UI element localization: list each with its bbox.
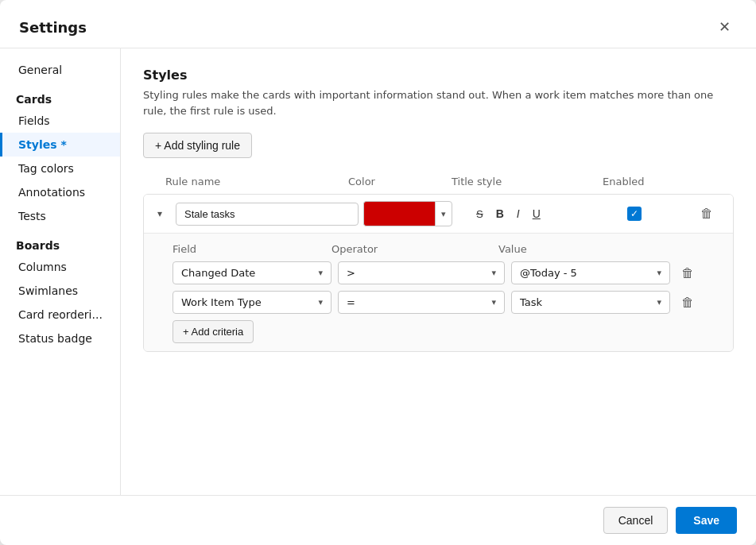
rule-main-row: ▾ ▾ S B I U [144,195,733,233]
sidebar-item-tests[interactable]: Tests [0,204,120,228]
sidebar-item-swimlanes[interactable]: Swimlanes [0,279,120,303]
italic-button[interactable]: I [512,204,525,223]
delete-rule-button[interactable]: 🗑 [696,203,727,224]
field-select-1[interactable]: Changed Date ▾ [173,261,331,284]
sidebar-item-fields[interactable]: Fields [0,109,120,133]
sidebar-item-status-badge[interactable]: Status badge [0,327,120,350]
save-button[interactable]: Save [676,507,737,534]
delete-criteria-1-button[interactable]: 🗑 [677,263,708,284]
operator-select-1[interactable]: > ▾ [338,261,505,284]
sidebar-section-cards: Cards [0,82,120,109]
rule-name-input[interactable] [176,203,359,226]
cancel-button[interactable]: Cancel [603,507,669,534]
rule-row: ▾ ▾ S B I U [143,194,734,352]
col-rule-name: Rule name [165,176,348,187]
field-select-2[interactable]: Work Item Type ▾ [173,291,331,314]
criteria-section: Field Operator Value Changed Date ▾ > ▾ [144,233,733,351]
dialog-body: General Cards Fields Styles * Tag colors… [0,48,756,495]
criteria-col-operator: Operator [331,243,498,255]
operator-select-1-chevron: ▾ [491,268,496,278]
color-chevron-button[interactable]: ▾ [435,201,452,226]
sidebar-item-general[interactable]: General [0,58,120,82]
main-content: Styles Styling rules make the cards with… [121,48,756,495]
enabled-checkbox-area [627,207,691,221]
section-title: Styles [143,68,734,83]
settings-dialog: Settings ✕ General Cards Fields Styles *… [0,0,756,545]
sidebar-item-tag-colors[interactable]: Tag colors [0,157,120,180]
close-button[interactable]: ✕ [711,14,737,40]
dialog-footer: Cancel Save [0,495,756,545]
operator-select-1-value: > [347,267,355,279]
delete-criteria-2-button[interactable]: 🗑 [677,292,708,313]
field-select-1-chevron: ▾ [318,268,323,278]
dialog-header: Settings ✕ [0,0,756,48]
criteria-row-1: Changed Date ▾ > ▾ @Today - 5 ▾ 🗑 [173,261,723,284]
field-select-2-value: Work Item Type [181,296,262,308]
table-header: Rule name Color Title style Enabled [143,172,734,191]
value-select-2-value: Task [520,296,542,308]
field-select-2-chevron: ▾ [318,297,323,307]
field-select-1-value: Changed Date [181,267,255,279]
value-select-1-value: @Today - 5 [520,267,577,279]
operator-select-2-value: = [347,296,355,308]
sidebar-item-columns[interactable]: Columns [0,255,120,279]
add-styling-rule-button[interactable]: + Add styling rule [143,133,252,158]
criteria-row-2: Work Item Type ▾ = ▾ Task ▾ 🗑 [173,291,723,314]
enabled-checkbox[interactable] [627,207,642,221]
add-criteria-button[interactable]: + Add criteria [173,320,254,343]
bold-button[interactable]: B [491,204,509,223]
sidebar-section-boards: Boards [0,228,120,255]
color-swatch[interactable] [363,201,435,226]
underline-button[interactable]: U [528,204,545,223]
value-select-1-chevron: ▾ [657,268,661,278]
operator-select-2[interactable]: = ▾ [338,291,505,314]
expand-chevron-button[interactable]: ▾ [149,207,171,221]
strikethrough-button[interactable]: S [471,205,488,223]
criteria-header: Field Operator Value [173,242,723,261]
col-title-style: Title style [452,176,603,187]
color-picker-area: ▾ [363,201,467,226]
value-select-1[interactable]: @Today - 5 ▾ [511,261,670,284]
operator-select-2-chevron: ▾ [491,297,496,307]
sidebar-item-annotations[interactable]: Annotations [0,180,120,204]
col-color: Color [348,176,452,187]
criteria-col-field: Field [173,243,331,255]
sidebar-item-styles[interactable]: Styles * [0,133,120,157]
value-select-2-chevron: ▾ [657,297,661,307]
col-enabled: Enabled [603,176,666,187]
dialog-title: Settings [19,19,87,36]
title-style-area: S B I U [471,204,622,223]
sidebar: General Cards Fields Styles * Tag colors… [0,48,121,495]
criteria-col-value: Value [498,243,657,255]
section-desc: Styling rules make the cards with import… [143,87,734,118]
value-select-2[interactable]: Task ▾ [511,291,670,314]
sidebar-item-card-reordering[interactable]: Card reorderi... [0,303,120,327]
